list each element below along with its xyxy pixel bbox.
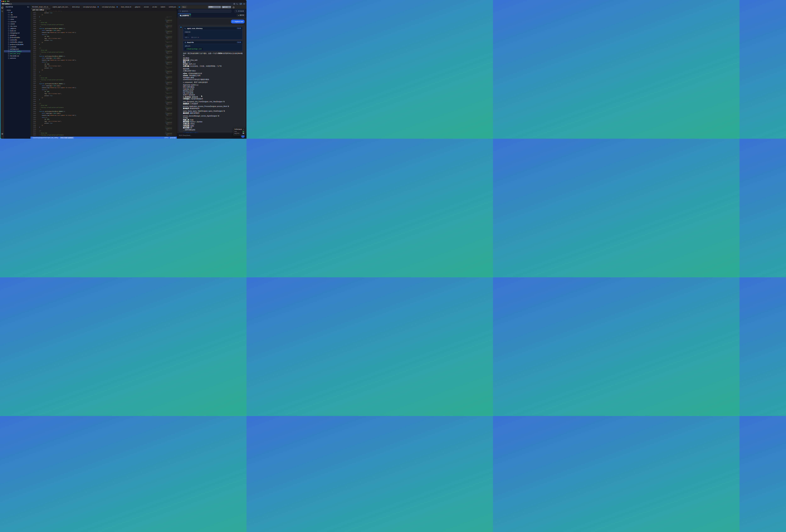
provider-select[interactable]: 智谱AI▲▼	[208, 6, 221, 8]
chat-panel-icon[interactable]	[239, 3, 242, 5]
tree-item-perf_test_100k.js[interactable]: perf_test_100k.js	[4, 50, 30, 52]
tree-item-perf_test_1m.js[interactable]: perf_test_1m.js	[4, 52, 30, 55]
ifai-logo: ifai	[178, 6, 181, 8]
file-menu[interactable]: 文件 ⌄	[9, 3, 14, 5]
tool-card-agent_scan_directory[interactable]: agent_scan_directory已批准扫描目录:.深度: 3最大文件: …	[183, 27, 243, 40]
model-select[interactable]: glm-4.6▲▼	[222, 6, 231, 8]
editor-tab-core-player-pro-plugi-[interactable]: core-player-pro-plugi...	[82, 5, 100, 9]
chat-message-list[interactable]: /explore testifaiagent_scan_directory已批准…	[177, 18, 247, 133]
tree-item-build.xml[interactable]: build.xml	[4, 29, 30, 32]
editor-tab--env-dev[interactable]: .env.dev	[151, 5, 159, 9]
code-line: 6496	[30, 100, 177, 103]
code-line: 6490 return {	[30, 89, 177, 91]
fps-label: FPS	[234, 131, 237, 132]
code-line: 6494 };	[30, 97, 177, 99]
tree-item-.ifai[interactable]: ›.ifai	[4, 14, 30, 16]
editor-tab-README_simple_100_ne-[interactable]: README_simple_100_ne...	[30, 5, 51, 9]
code-line: 6485 * Testing virtualization performanc…	[30, 79, 177, 81]
model-settings-icon[interactable]	[233, 6, 234, 9]
conversation-search-box[interactable]	[178, 9, 231, 13]
tree-item-LICENSE[interactable]: LICENSE	[4, 46, 30, 48]
assistant-avatar: ifai	[180, 26, 182, 28]
code-line: 6500 */	[30, 109, 177, 111]
close-window-button[interactable]	[1, 1, 2, 2]
code-area[interactable]: 6450 tag: "v0.2.3-stress-test",6451 acti…	[30, 11, 177, 137]
tree-item-o2server[interactable]: ›o2server	[4, 20, 30, 23]
code-line: 6491 id: 463,	[30, 91, 177, 93]
chat-tab-active[interactable]: 晚上的新对话	[178, 14, 191, 18]
tool-status-badge: 已批准	[237, 41, 241, 43]
close-icon[interactable]: ✕	[243, 129, 244, 130]
theme-toggle-icon[interactable]	[243, 3, 245, 5]
search-icon[interactable]	[1, 10, 3, 13]
previous-message-partial	[179, 18, 245, 19]
tree-item-o2web[interactable]: ›o2web	[4, 23, 30, 25]
tree-item-gulpfile.js[interactable]: gulpfile.js	[4, 34, 30, 37]
code-line: 6484 * Block 463	[30, 77, 177, 79]
terminal-icon[interactable]	[236, 3, 238, 5]
all-tags-button[interactable]: 所有标签	[234, 9, 246, 13]
code-line: 6462 return {	[30, 33, 177, 36]
chat-input[interactable]	[179, 134, 239, 136]
editor-tab--gitignore[interactable]: .gitignore	[133, 5, 142, 9]
editor-tab-demo-test-js[interactable]: demo.test.js	[71, 5, 81, 9]
minimap[interactable]: tag: "v0.2.3-stress-test", active: true …	[165, 17, 172, 137]
status-language[interactable]: javascript	[170, 137, 176, 139]
chat-tab-row: 晚上的新对话 + 新对话	[177, 13, 247, 18]
conversation-search-row: 所有标签	[177, 9, 247, 13]
editor-tab-clean_release-sh[interactable]: clean_release.sh	[119, 5, 133, 9]
editor-tab--babelrc[interactable]: .babelrc	[159, 5, 167, 9]
zoom-window-button[interactable]	[5, 1, 6, 2]
code-line: 6483/**	[30, 75, 177, 77]
new-folder-icon[interactable]	[27, 6, 29, 8]
code-line: 6505 id: 464,	[30, 118, 177, 120]
code-line: 6508 };	[30, 124, 177, 126]
tree-item-.gitignore[interactable]: .gitignore	[4, 27, 30, 29]
tree-item-jenkinsLinuxBuildfile[interactable]: jenkinsLinuxBuildfile	[4, 43, 30, 46]
explorer-icon[interactable]	[1, 6, 3, 9]
tree-item-.DS_Store[interactable]: .DS_Store	[4, 25, 30, 27]
code-line: 6469/**	[30, 47, 177, 49]
code-line: 6502 const timestamp = Date.now();	[30, 112, 177, 114]
code-line: 6466 };	[30, 42, 177, 44]
editor-group: README_simple_100_ne...explore_agent_tes…	[30, 5, 177, 137]
tree-item-changelog.md[interactable]: changelog.md	[4, 32, 30, 34]
code-line: 6480 };	[30, 69, 177, 71]
code-line: 6472 */	[30, 53, 177, 55]
tree-item-Jenkinsfile[interactable]: Jenkinsfile	[4, 39, 30, 41]
cpu-chip-icon[interactable]	[1, 133, 3, 135]
tree-item-.git[interactable]: ›.git	[4, 11, 30, 14]
code-line: 6509}	[30, 126, 177, 128]
minimize-window-button[interactable]	[3, 1, 4, 2]
tool-card-Read-File[interactable]: Read File已批准读取文件:./o2web/package.json	[183, 41, 243, 51]
version-badge: V0.2.1	[181, 6, 187, 8]
code-line: 6511/**	[30, 130, 177, 132]
new-chat-button[interactable]: + 新对话	[237, 14, 246, 17]
tree-item-Jenkinsfile_release[interactable]: Jenkinsfile_release	[4, 41, 30, 43]
editor-tab-explore_agent_test_sum-[interactable]: explore_agent_test_sum...	[51, 5, 71, 9]
code-line: 6468	[30, 45, 177, 47]
editor-tab-core-player-pro-plugi-[interactable]: core-player-pro-plugi...	[100, 5, 119, 9]
code-line: 6477 id: 462,	[30, 63, 177, 65]
code-line: 6504 return {	[30, 116, 177, 118]
code-line: 6503 console.log("Rendering line segment…	[30, 114, 177, 116]
code-line: 6507 active: true	[30, 122, 177, 124]
tree-item-welcome[interactable]: welcome	[4, 57, 30, 59]
settings-icon[interactable]	[233, 3, 235, 5]
breadcrumb: perf_test_100k.js	[32, 9, 44, 11]
tree-item-README.md[interactable]: README.md	[4, 55, 30, 57]
tree-item-o2ios[interactable]: ›o2ios	[4, 18, 30, 20]
tree-item-o2android[interactable]: ›o2android	[4, 16, 30, 18]
code-line: 6486 */	[30, 81, 177, 83]
tree-item-jenkinsBuildfile[interactable]: jenkinsBuildfile	[4, 37, 30, 39]
editor-tab--env-test[interactable]: .env.test	[142, 5, 151, 9]
assistant-message-card: ifaiagent_scan_directory已批准扫描目录:.深度: 3最大…	[179, 25, 245, 132]
code-line: 6506 tag: "v0.2.3-stress-test",	[30, 120, 177, 122]
explorer-sidebar: 资源管理器 ⌄O2OA›.git›.ifai›o2android›o2ios›o…	[4, 5, 30, 139]
tree-root-folder[interactable]: ⌄O2OA	[4, 9, 30, 11]
conversation-search-input[interactable]	[182, 10, 226, 12]
tree-item-package.json[interactable]: package.json	[4, 48, 30, 50]
editor-tab-110000-json[interactable]: 110000.json	[167, 5, 177, 9]
status-encoding[interactable]: UTF-8	[164, 137, 168, 139]
code-line: 6458 */	[30, 26, 177, 28]
